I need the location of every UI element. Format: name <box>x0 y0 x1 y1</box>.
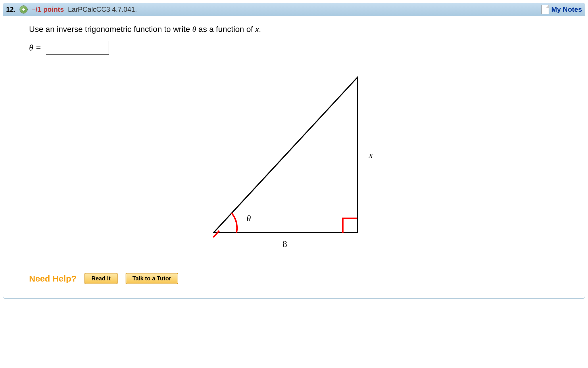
x-symbol: x <box>255 25 259 34</box>
talk-to-tutor-button[interactable]: Talk to a Tutor <box>126 273 178 284</box>
right-angle-marker-icon <box>343 218 357 233</box>
side-x-label: x <box>368 150 373 160</box>
header-right: My Notes <box>541 5 582 14</box>
triangle-figure: θ x 8 <box>202 72 386 250</box>
expand-icon[interactable]: + <box>20 5 28 14</box>
need-help-label: Need Help? <box>29 274 76 284</box>
question-number: 12. <box>6 5 16 14</box>
figure-wrap: θ x 8 <box>29 72 559 250</box>
angle-arc-icon <box>232 213 237 233</box>
theta-equals-label: θ = <box>29 43 41 53</box>
angle-label: θ <box>247 213 251 223</box>
theta-symbol: θ <box>192 25 196 34</box>
question-header: 12. + –/1 points LarPCalcCC3 4.7.041. My… <box>3 3 585 16</box>
prompt-mid: as a function of <box>196 25 255 34</box>
header-left: 12. + –/1 points LarPCalcCC3 4.7.041. <box>6 5 137 14</box>
answer-line: θ = <box>29 41 559 55</box>
triangle-outline <box>214 78 357 233</box>
prompt-text: Use an inverse trigonometric function to… <box>29 25 559 34</box>
answer-input[interactable] <box>46 41 109 55</box>
prompt-pre: Use an inverse trigonometric function to… <box>29 25 192 34</box>
help-row: Need Help? Read It Talk to a Tutor <box>29 273 559 284</box>
note-icon[interactable] <box>541 5 549 14</box>
points-label: –/1 points <box>32 5 64 14</box>
my-notes-link[interactable]: My Notes <box>551 5 582 14</box>
prompt-post: . <box>259 25 261 34</box>
question-box: 12. + –/1 points LarPCalcCC3 4.7.041. My… <box>3 3 585 299</box>
question-body: Use an inverse trigonometric function to… <box>3 16 585 298</box>
source-label: LarPCalcCC3 4.7.041. <box>68 5 137 14</box>
read-it-button[interactable]: Read It <box>84 273 118 284</box>
side-8-label: 8 <box>283 239 287 249</box>
